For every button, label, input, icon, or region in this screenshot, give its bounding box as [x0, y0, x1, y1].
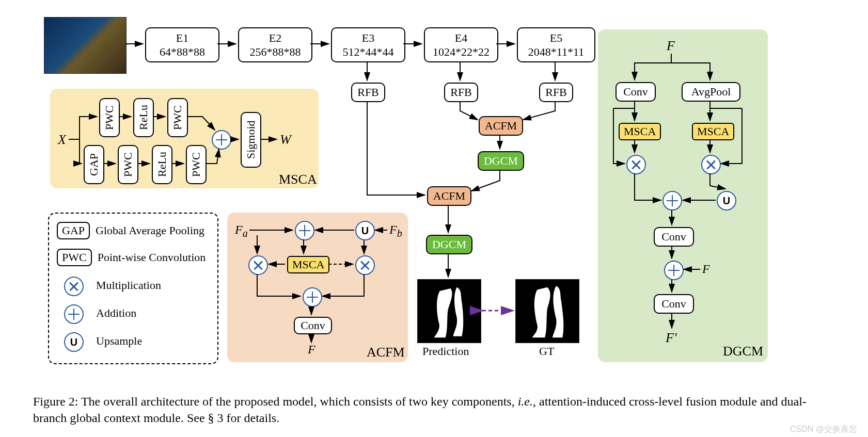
encoder-e5: E5 2048*11*11 [517, 27, 595, 62]
msca-gap: GAP [84, 145, 104, 184]
dgcm-conv-out: Conv [654, 294, 694, 314]
dgcm-f-in: F [667, 38, 675, 54]
acfm-2: ACFM [427, 186, 471, 206]
legend-add-icon [64, 304, 84, 324]
acfm-fb: Fb [389, 223, 402, 239]
e1-name: E1 [146, 31, 218, 45]
msca-relu-b: ReLu [152, 145, 172, 184]
encoder-e3: E3 512*44*44 [331, 27, 405, 62]
e2-name: E2 [239, 31, 311, 45]
acfm-upsample-icon: U [355, 221, 375, 240]
encoder-e2: E2 256*88*88 [238, 27, 312, 62]
encoder-e4: E4 1024*22*22 [424, 27, 498, 62]
dgcm-conv-mid: Conv [654, 227, 694, 247]
e5-name: E5 [518, 31, 594, 45]
acfm-conv: Conv [294, 317, 332, 334]
dgcm-add-2 [664, 261, 684, 280]
dgcm-add-1 [662, 191, 682, 211]
encoder-e1: E1 64*88*88 [145, 27, 219, 62]
msca-pwc-t2: PWC [167, 98, 188, 137]
legend-gap-row: GAP Global Average Pooling [57, 222, 204, 239]
gt-label: GT [539, 345, 554, 358]
e1-dims: 64*88*88 [146, 45, 218, 59]
prediction-label: Prediction [422, 345, 469, 358]
dgcm-upsample-icon: U [717, 191, 736, 211]
acfm-mult-right [355, 255, 375, 275]
msca-sigmoid: Sigmoid [241, 112, 261, 168]
e2-dims: 256*88*88 [239, 45, 311, 59]
rfb-3: RFB [351, 83, 385, 102]
legend-up-icon: U [64, 332, 84, 352]
legend-add-txt: Addition [96, 306, 136, 320]
msca-pwc-b1: PWC [118, 145, 138, 184]
dgcm-avgpool: AvgPool [682, 82, 740, 102]
acfm-1: ACFM [479, 116, 523, 136]
msca-w: W [280, 132, 291, 148]
msca-add-icon [212, 130, 231, 150]
input-image [44, 17, 127, 74]
rfb-4: RFB [444, 83, 478, 102]
watermark: CSDN @交换喜悲 [790, 424, 857, 435]
dgcm-f-out: F' [666, 330, 676, 346]
dgcm-1: DGCM [478, 151, 524, 171]
e4-name: E4 [425, 31, 497, 45]
legend-mult-txt: Multiplication [96, 279, 161, 292]
msca-x: X [58, 132, 66, 148]
msca-panel-label: MSCA [279, 172, 317, 187]
dgcm-2: DGCM [426, 235, 472, 254]
figure-canvas: E1 64*88*88 E2 256*88*88 E3 512*44*44 E4… [0, 0, 868, 437]
msca-pwc-b2: PWC [186, 145, 207, 184]
legend-mult-icon [64, 277, 84, 296]
legend-up-txt: Upsample [96, 334, 142, 348]
msca-relu-t: ReLu [133, 98, 154, 137]
dgcm-mult-l [626, 155, 646, 174]
dgcm-panel-label: DGCM [723, 344, 763, 359]
figure-caption: Figure 2: The overall architecture of th… [33, 393, 833, 427]
acfm-add-bottom [303, 287, 322, 307]
acfm-panel-label: ACFM [367, 345, 405, 360]
dgcm-msca-l: MSCA [619, 123, 661, 140]
e3-name: E3 [332, 31, 404, 45]
acfm-fa: Fa [235, 223, 248, 239]
e3-dims: 512*44*44 [332, 45, 404, 59]
msca-pwc-t1: PWC [99, 98, 120, 137]
dgcm-f-skip: F [702, 262, 710, 276]
acfm-add-top [295, 221, 314, 240]
dgcm-conv-l: Conv [616, 82, 656, 102]
e5-dims: 2048*11*11 [518, 45, 594, 59]
acfm-msca: MSCA [287, 256, 329, 273]
rfb-5: RFB [539, 83, 573, 102]
gt-image [515, 279, 579, 343]
acfm-panel [227, 213, 408, 362]
prediction-image [417, 279, 481, 343]
dgcm-msca-r: MSCA [692, 123, 734, 140]
legend-pwc-row: PWC Point-wise Convolution [57, 249, 206, 266]
acfm-f-out: F [308, 343, 315, 357]
acfm-mult-left [248, 255, 268, 275]
e4-dims: 1024*22*22 [425, 45, 497, 59]
dgcm-mult-r [701, 155, 721, 174]
